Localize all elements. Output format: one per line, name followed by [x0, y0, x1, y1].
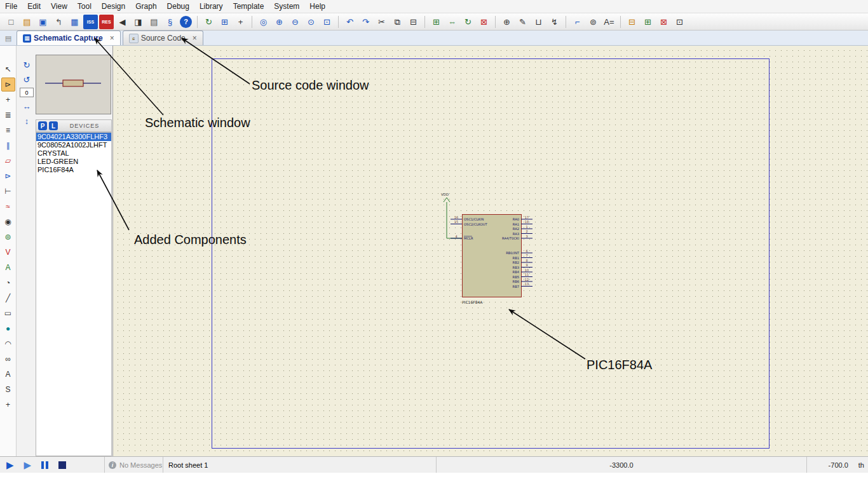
menu-library[interactable]: Library: [194, 1, 228, 12]
play-button[interactable]: ▶: [6, 460, 14, 470]
bill-of-materials-button[interactable]: ▤: [147, 15, 161, 29]
graph-mode-button[interactable]: ≈: [1, 200, 15, 214]
menu-debug[interactable]: Debug: [162, 1, 194, 12]
2d-arc-mode-button[interactable]: ◠: [1, 337, 15, 351]
center-at-cursor-button[interactable]: ◎: [256, 15, 271, 29]
audio-player-button[interactable]: ◀: [115, 15, 130, 29]
pause-button[interactable]: [41, 461, 48, 469]
pcb-layout-window-button[interactable]: RES: [99, 15, 114, 29]
packaging-tool-button[interactable]: ⊔: [531, 15, 546, 29]
open-design-button[interactable]: ▤: [20, 15, 34, 29]
horizontal-mirror-icon[interactable]: ↔: [20, 100, 33, 112]
zoom-in-button[interactable]: ⊕: [272, 15, 287, 29]
menu-system[interactable]: System: [269, 1, 304, 12]
rotation-angle-input[interactable]: [20, 88, 34, 97]
block-move-button[interactable]: ⇔: [445, 15, 459, 29]
device-item[interactable]: CRYSTAL: [36, 149, 111, 158]
pick-devices-button[interactable]: P: [38, 121, 47, 130]
toggle-grid-button[interactable]: ⊞: [217, 15, 232, 29]
block-copy-button[interactable]: ⊞: [429, 15, 444, 29]
make-device-button[interactable]: ✎: [515, 15, 530, 29]
paste-button[interactable]: ⊟: [406, 15, 421, 29]
voltage-probe-mode-button[interactable]: V: [1, 245, 15, 259]
decompose-button[interactable]: ↯: [547, 15, 562, 29]
tab-close-icon[interactable]: ×: [193, 34, 197, 42]
new-root-sheet-button[interactable]: ⊞: [641, 15, 655, 29]
junction-dot-mode-button[interactable]: +: [1, 93, 15, 107]
menu-edit[interactable]: Edit: [22, 1, 46, 12]
menu-graph[interactable]: Graph: [130, 1, 161, 12]
redo-button[interactable]: ↷: [358, 15, 373, 29]
device-item[interactable]: 9C08052A1002JLHFT: [36, 141, 111, 149]
undo-button[interactable]: ↶: [342, 15, 357, 29]
device-item[interactable]: PIC16F84A: [36, 166, 111, 174]
rotate-clockwise-icon[interactable]: ↻: [20, 58, 33, 71]
menu-template[interactable]: Template: [228, 1, 269, 12]
schematic-canvas[interactable]: VDD16OSC1/CLKIN15OSC2/CLKOUT4MCLR17RA018…: [113, 46, 868, 456]
false-origin-button[interactable]: +: [233, 15, 248, 29]
component-mode-button[interactable]: ⊳: [1, 78, 15, 92]
subcircuit-mode-button[interactable]: ▱: [1, 154, 15, 168]
step-button[interactable]: ▶: [24, 460, 32, 470]
chip-ref-label: PIC16F84A: [462, 300, 483, 304]
zoom-out-button[interactable]: ⊖: [288, 15, 302, 29]
zoom-all-button[interactable]: ⊙: [304, 15, 318, 29]
rotate-anticlockwise-icon[interactable]: ↺: [20, 73, 33, 86]
design-explorer-button[interactable]: ⊟: [625, 15, 639, 29]
virtual-instruments-mode-button[interactable]: ◔: [1, 276, 15, 290]
2d-text-mode-button[interactable]: A: [1, 367, 15, 381]
wire-label-mode-button[interactable]: ≣: [1, 108, 15, 122]
copy-button[interactable]: ⧉: [390, 15, 405, 29]
block-rotate-button[interactable]: ↻: [461, 15, 475, 29]
selection-mode-button[interactable]: ↖: [1, 62, 15, 76]
schematic-capture-window-button[interactable]: ▦: [67, 15, 82, 29]
pin-number: 11: [525, 273, 529, 276]
cut-button[interactable]: ✂: [374, 15, 389, 29]
exit-to-parent-sheet-button[interactable]: ⊡: [672, 15, 687, 29]
generator-mode-button[interactable]: ⊚: [1, 230, 15, 244]
block-delete-button[interactable]: ⊠: [477, 15, 491, 29]
wire-autorouter-button[interactable]: ⌐: [570, 15, 585, 29]
terminals-mode-button[interactable]: ⊳: [1, 169, 15, 183]
menu-file[interactable]: File: [0, 1, 22, 12]
2d-box-mode-button[interactable]: ▭: [1, 306, 15, 320]
pick-parts-button[interactable]: ⊕: [499, 15, 514, 29]
tab-source-code[interactable]: ɕ Source Code ×: [123, 30, 203, 45]
tape-recorder-mode-button[interactable]: ◉: [1, 215, 15, 229]
vertical-mirror-icon[interactable]: ↕: [20, 114, 33, 127]
ic-tester-button[interactable]: ◨: [131, 15, 146, 29]
2d-symbol-mode-button[interactable]: S: [1, 383, 15, 396]
property-assignment-tool-button[interactable]: A=: [602, 15, 616, 29]
device-item[interactable]: LED-GREEN: [36, 158, 111, 166]
pin-name: RB7: [513, 285, 519, 288]
help-button[interactable]: ?: [180, 16, 192, 28]
zoom-area-button[interactable]: ⊡: [320, 15, 334, 29]
current-probe-mode-button[interactable]: A: [1, 261, 15, 274]
tab-close-icon[interactable]: ×: [110, 34, 114, 42]
2d-circle-mode-button[interactable]: ●: [1, 322, 15, 336]
buses-mode-button[interactable]: ∥: [1, 139, 15, 152]
pin-number: 13: [525, 282, 529, 286]
pin-number: 18: [525, 220, 529, 224]
menu-design[interactable]: Design: [97, 1, 130, 12]
2d-path-mode-button[interactable]: ∞: [1, 352, 15, 366]
import-section-button[interactable]: ↰: [51, 15, 66, 29]
tab-schematic-capture[interactable]: ▦ Schematic Capture ×: [17, 30, 121, 45]
2d-line-mode-button[interactable]: ╱: [1, 291, 15, 305]
menu-view[interactable]: View: [46, 1, 72, 12]
new-design-button[interactable]: □: [4, 15, 18, 29]
search-and-tag-button[interactable]: ⊚: [586, 15, 600, 29]
2d-marker-mode-button[interactable]: +: [1, 398, 15, 412]
stop-button[interactable]: [58, 461, 66, 469]
save-design-button[interactable]: ▣: [36, 15, 50, 29]
source-code-window-button[interactable]: ISS: [83, 15, 98, 29]
text-script-mode-button[interactable]: ≡: [1, 123, 15, 137]
menu-tool[interactable]: Tool: [72, 1, 97, 12]
script-editor-button[interactable]: §: [163, 15, 177, 29]
device-item[interactable]: 9C04021A3300FLHF3: [36, 133, 111, 141]
device-pins-mode-button[interactable]: ⊢: [1, 184, 15, 198]
remove-sheet-button[interactable]: ⊠: [656, 15, 671, 29]
menu-help[interactable]: Help: [304, 1, 330, 12]
library-manager-button[interactable]: L: [49, 121, 58, 130]
redraw-display-button[interactable]: ↻: [201, 15, 216, 29]
